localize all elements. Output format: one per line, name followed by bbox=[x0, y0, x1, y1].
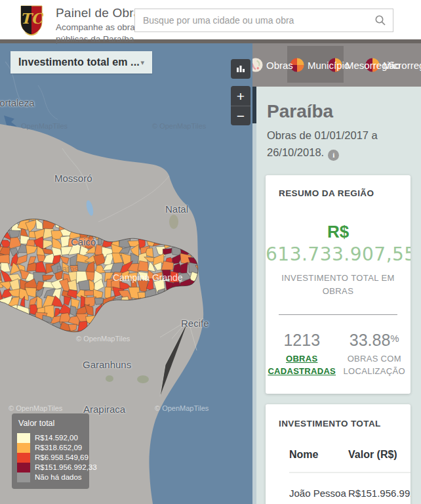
legend-item: R$151.956.992,33 bbox=[17, 463, 84, 472]
legend-swatch bbox=[17, 433, 30, 443]
header-titles: Painel de Obras Acompanhe as obras públi… bbox=[56, 6, 147, 45]
zoom-in-button[interactable]: + bbox=[231, 86, 251, 106]
magnifier-icon[interactable] bbox=[374, 14, 386, 26]
bar-chart-icon bbox=[235, 64, 246, 74]
search-box[interactable] bbox=[134, 9, 393, 32]
registered-works-link[interactable]: OBRAS CADASTRADAS bbox=[268, 354, 336, 376]
search-input[interactable] bbox=[142, 14, 374, 26]
legend-item: R$318.652,09 bbox=[17, 443, 84, 453]
panel-body: Paraíba Obras de 01/01/2017 a 26/10/2018… bbox=[252, 87, 421, 504]
region-summary-card: RESUMO DA REGIÃO R$ 613.733.907,55 INVES… bbox=[266, 175, 411, 394]
localized-works-percent: 33.88% bbox=[338, 331, 411, 350]
column-header-nome: Nome bbox=[289, 447, 348, 463]
localized-works-stat: 33.88% OBRAS COM LOCALIZAÇÃO bbox=[338, 331, 411, 378]
region-title: Paraíba bbox=[267, 101, 411, 122]
total-investment: R$ 613.733.907,55 INVESTIMENTO TOTAL EM … bbox=[266, 222, 411, 297]
tab-obras[interactable]: Obras bbox=[252, 43, 293, 87]
legend-title: Valor total bbox=[18, 419, 84, 428]
legend-swatch bbox=[17, 472, 30, 482]
municipality-name: João Pessoa bbox=[289, 486, 348, 501]
legend-swatch bbox=[17, 443, 30, 453]
tab-bar: ObrasMunicípioMesorregiãoMicrorregião bbox=[252, 43, 421, 87]
region-subtitle: Obras de 01/01/2017 a 26/10/2018.i bbox=[267, 127, 414, 161]
investment-table-card: INVESTIMENTO TOTAL Nome Valor (R$) João … bbox=[266, 404, 411, 504]
legend-item: Não há dados bbox=[17, 472, 84, 482]
legend-label: R$151.956.992,33 bbox=[30, 463, 97, 472]
map-legend: Valor total R$14.592,00R$318.652,09R$6.9… bbox=[12, 413, 89, 489]
tab-label: Obras bbox=[266, 60, 293, 71]
registered-works-stat: 1213 OBRAS CADASTRADAS bbox=[266, 331, 338, 378]
app-header: TC Painel de Obras Acompanhe as obras pú… bbox=[0, 0, 421, 39]
map-circle-icon bbox=[252, 56, 264, 74]
localized-works-label: OBRAS COM LOCALIZAÇÃO bbox=[338, 353, 411, 378]
total-investment-label: INVESTIMENTO TOTAL EM OBRAS bbox=[277, 272, 399, 297]
app-subtitle: Acompanhe as obras públicas da Paraíba bbox=[56, 22, 147, 45]
legend-swatch bbox=[17, 463, 30, 472]
choropleth-map[interactable]: FortalezaMossoróNatalCaicóPatosCampina G… bbox=[0, 42, 252, 504]
map-zoom-control: + − bbox=[231, 86, 251, 125]
legend-label: Não há dados bbox=[30, 472, 82, 482]
investment-value: R$151.956.992,33 bbox=[348, 486, 411, 501]
zoom-out-button[interactable]: − bbox=[231, 106, 251, 125]
column-header-valor: Valor (R$) bbox=[348, 447, 397, 463]
currency-symbol: R$ bbox=[266, 222, 411, 242]
legend-label: R$318.652,09 bbox=[30, 443, 82, 453]
registered-works-count: 1213 bbox=[266, 331, 338, 350]
table-header-rule bbox=[289, 472, 411, 473]
legend-swatch bbox=[17, 453, 30, 463]
table-header-row: Nome Valor (R$) bbox=[289, 447, 411, 463]
legend-item: R$6.958.549,69 bbox=[17, 453, 84, 463]
chevron-down-icon: ▾ bbox=[140, 58, 144, 67]
investment-card-title: INVESTIMENTO TOTAL bbox=[266, 419, 411, 429]
tab-label: Município bbox=[308, 60, 350, 71]
info-icon[interactable]: i bbox=[328, 150, 339, 161]
metric-dropdown[interactable]: Investimento total em ... ▾ bbox=[10, 51, 152, 74]
total-investment-amount: 613.733.907,55 bbox=[266, 243, 411, 265]
legend-label: R$6.958.549,69 bbox=[30, 453, 89, 463]
investment-rows: João PessoaR$151.956.992,33Santa RitaR$1… bbox=[289, 486, 411, 504]
svg-text:TC: TC bbox=[20, 10, 43, 27]
card-divider bbox=[279, 314, 397, 315]
legend-label: R$14.592,00 bbox=[30, 433, 78, 443]
table-row[interactable]: João PessoaR$151.956.992,33 bbox=[289, 486, 411, 501]
metric-dropdown-label: Investimento total em ... bbox=[18, 56, 140, 68]
legend-item: R$14.592,00 bbox=[17, 433, 84, 443]
summary-card-title: RESUMO DA REGIÃO bbox=[266, 188, 411, 198]
investment-table: Nome Valor (R$) bbox=[289, 447, 411, 463]
tab-label: Microrregião bbox=[383, 60, 421, 71]
tce-pb-crest-logo: TC bbox=[20, 5, 43, 36]
app-title: Painel de Obras bbox=[56, 6, 147, 20]
details-panel: ObrasMunicípioMesorregiãoMicrorregião Pa… bbox=[252, 43, 421, 504]
chart-toggle-button[interactable] bbox=[231, 59, 251, 79]
